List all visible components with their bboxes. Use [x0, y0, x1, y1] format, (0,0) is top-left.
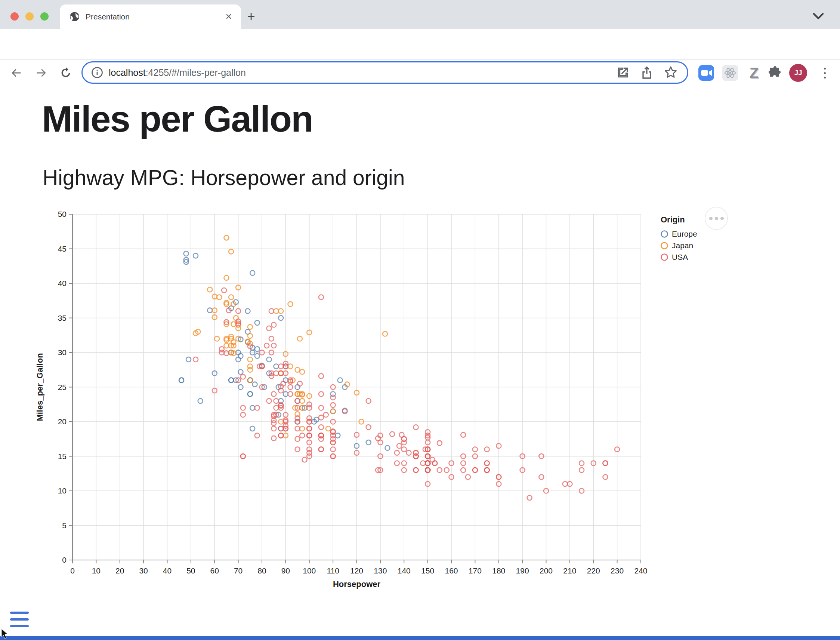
slides-menu-button[interactable] — [10, 611, 29, 628]
globe-favicon-icon — [70, 11, 80, 22]
y-axis-title: Miles_per_Gallon — [35, 353, 45, 421]
avatar-initials: JJ — [794, 69, 802, 77]
profile-avatar[interactable]: JJ — [789, 64, 807, 82]
data-point-japan — [248, 325, 252, 330]
data-point-usa — [394, 461, 399, 466]
data-point-usa — [420, 461, 425, 466]
x-tick-label: 20 — [115, 566, 124, 575]
data-point-japan — [217, 295, 222, 300]
data-point-usa — [563, 482, 568, 486]
browser-tab[interactable]: Presentation ✕ — [60, 5, 241, 29]
data-point-usa — [437, 441, 442, 446]
legend-swatch-europe — [661, 231, 668, 237]
data-point-usa — [437, 468, 442, 472]
data-point-japan — [208, 287, 212, 292]
data-point-japan — [278, 309, 283, 314]
data-point-usa — [295, 437, 300, 442]
data-point-usa — [366, 398, 371, 403]
url-text[interactable]: localhost:4255/#/miles-per-gallon — [109, 67, 246, 78]
data-point-japan — [274, 309, 279, 314]
x-tick-label: 160 — [445, 566, 458, 575]
reload-icon — [59, 67, 72, 79]
chart-canvas: 0102030405060708090100110120130140150160… — [30, 208, 732, 611]
data-point-europe — [238, 370, 243, 374]
browser-toolbar: localhost:4255/#/miles-per-gallon Z — [0, 29, 840, 59]
x-tick-label: 0 — [70, 566, 75, 575]
back-button[interactable] — [8, 64, 26, 82]
data-point-japan — [248, 378, 252, 383]
y-tick-label: 40 — [58, 279, 67, 288]
data-point-europe — [252, 382, 257, 387]
y-tick-label: 5 — [62, 521, 67, 530]
data-point-usa — [485, 447, 490, 452]
data-point-japan — [288, 364, 293, 369]
z-extension-icon[interactable]: Z — [746, 65, 762, 81]
data-point-europe — [238, 354, 243, 358]
data-point-usa — [413, 425, 418, 430]
data-point-usa — [278, 433, 283, 438]
data-point-europe — [245, 309, 250, 314]
data-point-europe — [208, 308, 212, 313]
scatter-chart: 0102030405060708090100110120130140150160… — [30, 208, 732, 611]
data-point-japan — [295, 368, 300, 372]
data-point-usa — [255, 406, 260, 410]
data-point-usa — [579, 461, 584, 466]
data-point-europe — [184, 251, 189, 256]
window-zoom-button[interactable] — [40, 12, 49, 21]
toolbar-divider — [0, 59, 840, 60]
page-info-icon[interactable] — [91, 66, 104, 79]
data-point-usa — [324, 412, 329, 417]
data-point-europe — [229, 378, 233, 383]
bookmark-star-icon[interactable] — [663, 65, 678, 80]
data-point-usa — [413, 450, 418, 455]
data-point-usa — [271, 436, 276, 441]
chart-options-button[interactable] — [705, 207, 728, 230]
x-tick-label: 120 — [350, 566, 363, 575]
new-tab-button[interactable]: + — [243, 8, 259, 25]
data-point-usa — [413, 468, 418, 472]
data-point-usa — [485, 461, 490, 466]
data-point-usa — [397, 443, 402, 448]
url-path: :4255/#/miles-per-gallon — [146, 67, 246, 78]
y-tick-label: 45 — [58, 245, 67, 253]
x-tick-label: 210 — [563, 566, 576, 575]
react-devtools-extension-icon[interactable] — [722, 65, 738, 81]
extensions-puzzle-icon[interactable] — [767, 65, 783, 81]
tab-search-chevron-icon[interactable] — [811, 10, 825, 22]
data-point-usa — [271, 343, 276, 348]
share-icon[interactable] — [639, 65, 654, 80]
data-point-europe — [335, 433, 340, 438]
data-point-usa — [267, 398, 271, 403]
x-tick-label: 110 — [327, 566, 339, 575]
data-point-usa — [264, 343, 269, 348]
tab-close-icon[interactable]: ✕ — [223, 11, 234, 22]
x-tick-label: 10 — [92, 566, 101, 575]
x-tick-label: 50 — [187, 566, 195, 575]
zoom-extension-icon[interactable] — [698, 65, 714, 81]
page-title: Miles per Gallon — [42, 98, 313, 140]
legend-label-japan: Japan — [672, 241, 693, 250]
data-point-japan — [231, 322, 236, 327]
presentation-progress-bar — [0, 636, 840, 640]
x-tick-label: 240 — [634, 566, 647, 575]
window-close-button[interactable] — [10, 12, 19, 21]
reload-button[interactable] — [57, 64, 75, 82]
data-point-usa — [302, 457, 307, 462]
data-point-japan — [300, 426, 305, 431]
data-point-usa — [269, 336, 274, 341]
legend-label-europe: Europe — [672, 230, 697, 238]
data-point-japan — [224, 343, 229, 348]
url-bar[interactable]: localhost:4255/#/miles-per-gallon — [81, 61, 688, 84]
open-in-new-icon[interactable] — [615, 65, 630, 80]
x-tick-label: 220 — [587, 566, 600, 575]
forward-button[interactable] — [32, 64, 50, 82]
data-point-europe — [250, 426, 255, 431]
x-tick-label: 60 — [210, 566, 219, 575]
legend-swatch-japan — [661, 243, 668, 249]
x-axis-title: Horsepower — [333, 579, 381, 589]
window-minimize-button[interactable] — [26, 12, 34, 21]
data-point-usa — [288, 392, 293, 397]
browser-menu-button[interactable] — [819, 65, 830, 81]
y-tick-label: 50 — [58, 210, 67, 218]
data-point-europe — [366, 440, 371, 445]
